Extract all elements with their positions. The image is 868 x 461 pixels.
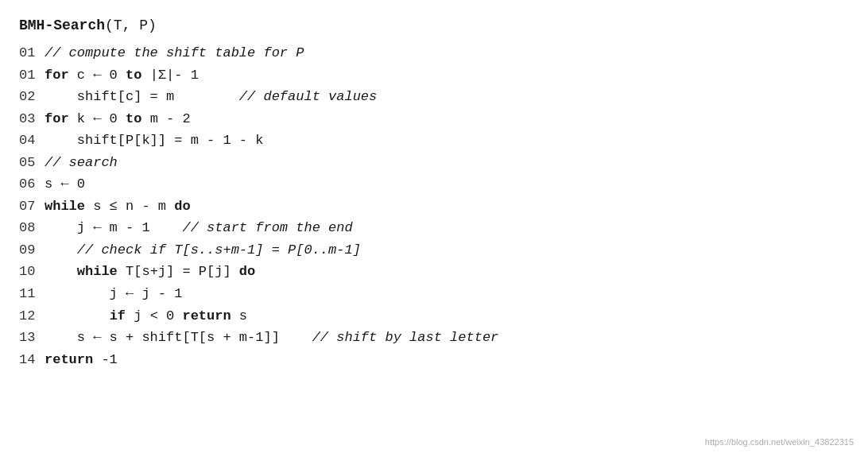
code-line: 09 // check if T[s..s+m-1] = P[0..m-1] — [19, 239, 849, 261]
watermark: https://blog.csdn.net/weixin_43822315 — [705, 436, 854, 450]
code-text: k ← 0 — [69, 108, 126, 130]
code-text: c ← 0 — [69, 64, 126, 87]
keyword: do — [239, 261, 255, 283]
code-line: 13 s ← s + shift[T[s + m-1]] // shift by… — [19, 327, 849, 349]
title-params: (T, P) — [105, 17, 157, 33]
code-container: BMH-Search(T, P) 01 // compute the shift… — [0, 0, 868, 461]
code-text: shift[c] = m — [45, 86, 239, 108]
comment: // search — [45, 152, 118, 174]
keyword: while — [77, 261, 118, 283]
code-lines: 01 // compute the shift table for P01 fo… — [19, 42, 849, 370]
code-text: j ← j - 1 — [45, 283, 182, 305]
line-number: 08 — [19, 217, 45, 239]
line-number: 01 — [19, 64, 45, 87]
code-line: 11 j ← j - 1 — [19, 283, 849, 305]
code-text: j < 0 — [126, 305, 182, 327]
code-text — [45, 261, 77, 283]
line-number: 03 — [19, 108, 45, 130]
keyword: to — [126, 108, 141, 130]
code-text: shift[P[k]] = m - 1 - k — [45, 130, 263, 152]
code-text: m - 2 — [141, 108, 190, 130]
code-line: 06 s ← 0 — [19, 173, 849, 196]
title-main: BMH-Search — [19, 17, 105, 33]
keyword: return — [45, 349, 93, 371]
keyword: for — [45, 64, 69, 87]
code-text — [45, 239, 77, 261]
code-text: T[s+j] = P[j] — [118, 261, 239, 283]
line-number: 09 — [19, 239, 45, 261]
code-line: 01 for c ← 0 to |Σ|- 1 — [19, 64, 849, 87]
code-line: 10 while T[s+j] = P[j] do — [19, 261, 849, 283]
keyword: if — [110, 305, 126, 327]
code-line: 01 // compute the shift table for P — [19, 42, 849, 64]
keyword: while — [45, 196, 85, 218]
line-number: 07 — [19, 196, 45, 218]
line-number: 14 — [19, 349, 45, 371]
code-text: -1 — [93, 349, 118, 371]
line-number: 10 — [19, 261, 45, 283]
code-title: BMH-Search(T, P) — [19, 14, 849, 37]
line-number: 05 — [19, 152, 45, 174]
code-line: 07 while s ≤ n - m do — [19, 196, 849, 218]
comment: // check if T[s..s+m-1] = P[0..m-1] — [77, 239, 361, 261]
line-number: 02 — [19, 86, 45, 108]
code-line: 05 // search — [19, 152, 849, 174]
line-number: 04 — [19, 130, 45, 152]
comment: // shift by last letter — [312, 327, 499, 349]
line-number: 01 — [19, 42, 45, 64]
keyword: to — [126, 64, 141, 87]
code-text: s ← s + shift[T[s + m-1]] — [45, 327, 312, 349]
keyword: for — [45, 108, 69, 130]
comment: // compute the shift table for P — [45, 42, 304, 64]
code-text — [45, 305, 110, 327]
code-line: 08 j ← m - 1 // start from the end — [19, 217, 849, 239]
code-line: 12 if j < 0 return s — [19, 305, 849, 327]
comment: // default values — [239, 86, 377, 108]
line-number: 11 — [19, 283, 45, 305]
code-text: s ← 0 — [45, 173, 85, 196]
code-line: 14 return -1 — [19, 349, 849, 371]
code-text: s ≤ n - m — [85, 196, 174, 218]
keyword: return — [182, 305, 231, 327]
code-line: 04 shift[P[k]] = m - 1 - k — [19, 130, 849, 152]
code-line: 03 for k ← 0 to m - 2 — [19, 108, 849, 130]
code-line: 02 shift[c] = m // default values — [19, 86, 849, 108]
code-text: |Σ|- 1 — [141, 64, 198, 87]
line-number: 13 — [19, 327, 45, 349]
code-text: j ← m - 1 — [45, 217, 182, 239]
line-number: 06 — [19, 173, 45, 196]
line-number: 12 — [19, 305, 45, 327]
code-text: s — [231, 305, 247, 327]
keyword: do — [174, 196, 190, 218]
comment: // start from the end — [182, 217, 352, 239]
